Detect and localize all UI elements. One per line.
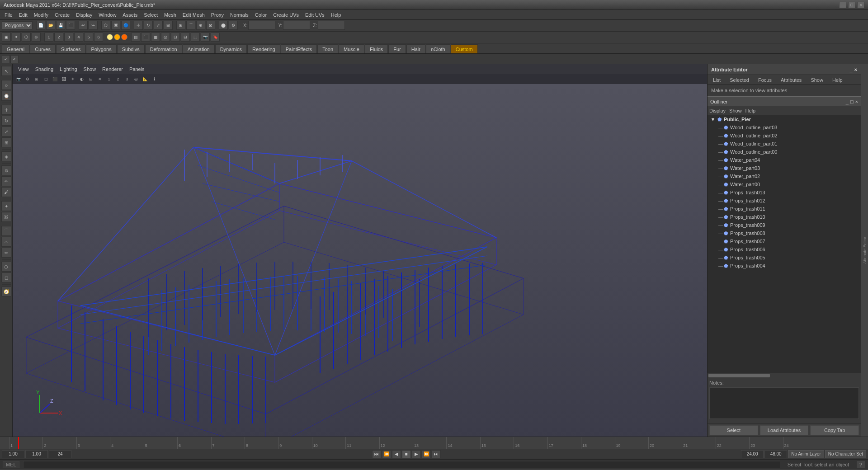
vp-menu-view[interactable]: View	[15, 66, 32, 73]
tab-fur[interactable]: Fur	[388, 44, 406, 53]
rotate-tool[interactable]: ↻	[144, 21, 153, 30]
outliner-maximize-btn[interactable]: □	[850, 99, 854, 104]
vp-grid[interactable]: ⊞	[33, 75, 41, 83]
tab-icon-check2[interactable]: ✓	[10, 55, 19, 63]
character-set-button[interactable]: No Character Set	[825, 450, 866, 458]
ae-tab-attributes[interactable]: Attributes	[777, 76, 805, 84]
color-btn-1[interactable]	[107, 34, 113, 40]
list-item[interactable]: — ⬟ Props_trash005	[708, 254, 861, 262]
rotate-btn[interactable]: ↻	[1, 116, 11, 126]
vp-select-cam[interactable]: 📷	[14, 75, 23, 83]
step-forward-button[interactable]: ⏩	[422, 450, 431, 458]
vp-shaded[interactable]: ⬛	[51, 75, 59, 83]
vp-cam-attrs[interactable]: ⚙	[24, 75, 32, 83]
list-item[interactable]: — ⬟ Props_trash008	[708, 229, 861, 237]
display-mode-2[interactable]: 2	[54, 33, 63, 42]
tab-surfaces[interactable]: Surfaces	[56, 44, 85, 53]
select-tool[interactable]: ⬡	[101, 21, 110, 30]
vp-display-q1[interactable]: 1	[105, 75, 113, 83]
load-attributes-button[interactable]: Load Attributes	[760, 425, 809, 435]
new-file-button[interactable]: 📄	[36, 21, 45, 30]
ae-tab-show[interactable]: Show	[807, 76, 827, 84]
history-button[interactable]: ⬤	[219, 21, 228, 30]
list-item[interactable]: — ⬟ Wood_outline_part00	[708, 148, 861, 156]
paint-select-btn[interactable]: ⌾	[1, 80, 11, 90]
frame-window[interactable]: ⬚	[191, 33, 200, 42]
menu-mesh[interactable]: Mesh	[161, 11, 179, 19]
create-joint-btn[interactable]: ✦	[1, 201, 11, 211]
tab-animation[interactable]: Animation	[183, 44, 215, 53]
vp-menu-lighting[interactable]: Lighting	[57, 66, 80, 73]
vp-resolution[interactable]: 📐	[141, 75, 149, 83]
scale-tool[interactable]: ⤢	[154, 21, 163, 30]
ae-tab-help[interactable]: Help	[829, 76, 846, 84]
list-item[interactable]: — ⬟ Props_trash013	[708, 188, 861, 197]
redo-button[interactable]: ↪	[89, 21, 98, 30]
outliner-tab-help[interactable]: Help	[745, 108, 756, 113]
list-item[interactable]: — ⬟ Water_part00	[708, 180, 861, 188]
vp-display-q3[interactable]: 3	[123, 75, 131, 83]
menu-normals[interactable]: Normals	[227, 11, 251, 19]
menu-window[interactable]: Window	[96, 11, 119, 19]
bookmark[interactable]: 🔖	[211, 33, 220, 42]
h-scrollbar-thumb[interactable]	[708, 374, 770, 377]
last-tool-btn[interactable]: ⊞	[1, 137, 11, 147]
range-start-field[interactable]: 1.00	[2, 450, 24, 458]
lasso-tool[interactable]: ⌘	[111, 21, 120, 30]
save-file-button[interactable]: 💾	[56, 21, 65, 30]
list-item[interactable]: — ⬟ Props_trash007	[708, 237, 861, 245]
move-btn[interactable]: ✛	[1, 105, 11, 115]
color-btn-2[interactable]	[114, 34, 120, 40]
play-forward-button[interactable]: ▶	[412, 450, 421, 458]
polygon-box-btn[interactable]: ◻	[1, 273, 11, 282]
tab-hair[interactable]: Hair	[406, 44, 425, 53]
vp-menu-panels[interactable]: Panels	[127, 66, 147, 73]
list-item[interactable]: — ⬟ Wood_outline_part01	[708, 140, 861, 148]
tab-rendering[interactable]: Rendering	[247, 44, 280, 53]
vp-xray[interactable]: ✕	[96, 75, 104, 83]
isolate-select[interactable]: ◎	[161, 33, 170, 42]
tab-fluids[interactable]: Fluids	[365, 44, 388, 53]
playhead[interactable]	[18, 437, 19, 449]
select-tool-btn[interactable]: ↖	[1, 66, 11, 76]
tab-dynamics[interactable]: Dynamics	[215, 44, 247, 53]
snap-point[interactable]: ⊕	[196, 21, 205, 30]
polygon-plane-btn[interactable]: ⬡	[1, 262, 11, 272]
list-item[interactable]: — ⬟ Props_trash004	[708, 262, 861, 270]
frame-selected[interactable]: ⊟	[181, 33, 190, 42]
quick-layout-2[interactable]: ⬛	[141, 33, 150, 42]
step-back-button[interactable]: ⏪	[382, 450, 391, 458]
open-file-button[interactable]: 📂	[46, 21, 55, 30]
component-mode-n[interactable]: ⊛	[32, 33, 41, 42]
outliner-close-btn[interactable]: ×	[855, 99, 858, 104]
ae-tab-selected[interactable]: Selected	[726, 76, 753, 84]
ep-curve-btn[interactable]: ⌓	[1, 237, 11, 247]
soft-mod-btn[interactable]: ⊚	[1, 165, 11, 175]
viewport[interactable]: View Shading Lighting Show Renderer Pane…	[13, 64, 707, 437]
color-btn-3[interactable]	[121, 34, 127, 40]
minimize-button[interactable]: _	[839, 2, 846, 8]
select-button[interactable]: Select	[709, 425, 758, 435]
snap-curve[interactable]: ⌒	[186, 21, 195, 30]
tab-muscle[interactable]: Muscle	[339, 44, 364, 53]
current-time-field[interactable]: 1.00	[25, 450, 48, 458]
ik-handle-btn[interactable]: ⛓	[1, 212, 11, 222]
move-tool[interactable]: ✛	[134, 21, 143, 30]
quick-layout-1[interactable]: ▤	[131, 33, 140, 42]
outliner-horizontal-scroll[interactable]	[708, 373, 861, 378]
playback-end-field[interactable]: 48.00	[764, 450, 787, 458]
maximize-button[interactable]: □	[848, 2, 855, 8]
range-end-field[interactable]: 24	[49, 450, 71, 458]
list-item[interactable]: — ⬟ Wood_outline_part02	[708, 132, 861, 140]
outliner-minimize-btn[interactable]: _	[846, 99, 849, 104]
go-to-end-button[interactable]: ⏭	[432, 450, 441, 458]
list-item[interactable]: — ⬟ Water_part04	[708, 156, 861, 164]
view-compass-btn[interactable]: 🧭	[1, 287, 11, 296]
pencil-btn[interactable]: ✏	[1, 248, 11, 258]
lasso-select-btn[interactable]: ⌚	[1, 91, 11, 101]
tab-icon-check1[interactable]: ✓	[2, 55, 10, 63]
list-item[interactable]: — ⬟ Props_trash012	[708, 197, 861, 205]
vp-display-q2[interactable]: 2	[114, 75, 122, 83]
undo-button[interactable]: ↩	[79, 21, 88, 30]
go-to-start-button[interactable]: ⏮	[372, 450, 381, 458]
